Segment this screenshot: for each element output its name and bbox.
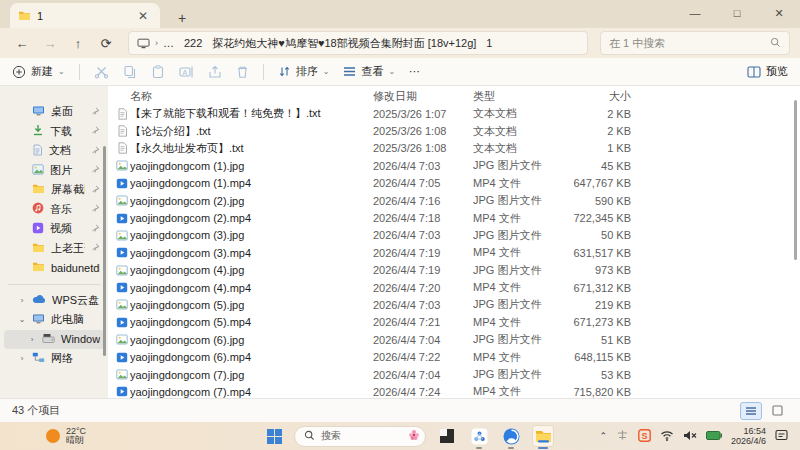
clock-time: 16:54 <box>731 426 766 436</box>
file-row[interactable]: yaojingdongcom (2).mp42026/4/4 7:18MP4 文… <box>108 209 800 226</box>
pin-icon <box>91 125 100 137</box>
file-size: 631,517 KB <box>573 247 631 259</box>
close-button[interactable]: ✕ <box>758 0 800 26</box>
file-list-scrollbar[interactable] <box>794 100 797 260</box>
file-row[interactable]: yaojingdongcom (3).mp42026/4/4 7:19MP4 文… <box>108 244 800 261</box>
taskbar-search-input[interactable]: 搜索 <box>294 426 426 447</box>
file-row[interactable]: 【论坛介绍】.txt2025/3/26 1:08文本文档2 KB <box>108 122 800 139</box>
file-name: yaojingdongcom (5).jpg <box>130 299 373 311</box>
delete-button[interactable] <box>236 65 249 79</box>
file-row[interactable]: yaojingdongcom (7).jpg2026/4/4 7:04JPG 图… <box>108 366 800 383</box>
tray-input-indicator-icon[interactable] <box>616 429 629 443</box>
cut-button[interactable] <box>94 65 109 79</box>
sort-button[interactable]: 排序 ⌄ <box>278 64 330 79</box>
file-row[interactable]: yaojingdongcom (7).mp42026/4/4 7:24MP4 文… <box>108 383 800 398</box>
breadcrumb[interactable]: › … 222 探花约炮大神♥鸠摩智♥18部视频合集附封面 [18v+12g] … <box>128 31 588 55</box>
sidebar-item-label: 桌面 <box>51 104 85 119</box>
breadcrumb-segment[interactable]: 222 <box>184 37 202 49</box>
start-button[interactable] <box>264 426 284 446</box>
sidebar-item-Windows-SSD[interactable]: ›Windows-SSD <box>4 330 104 350</box>
sidebar-item-下载[interactable]: 下载 <box>4 122 104 142</box>
file-date: 2026/4/4 7:24 <box>373 386 473 398</box>
column-header-type[interactable]: 类型 <box>473 89 573 104</box>
hidden-icons-chevron[interactable]: ⌃ <box>599 431 607 441</box>
breadcrumb-segment[interactable]: 1 <box>486 37 492 49</box>
view-button[interactable]: 查看 ⌄ <box>343 64 395 79</box>
weather-widget[interactable]: 22°C 晴朗 <box>0 427 86 446</box>
taskbar-app-photos[interactable] <box>436 425 458 447</box>
breadcrumb-segment[interactable]: 探花约炮大神♥鸠摩智♥18部视频合集附封面 [18v+12g] <box>212 36 476 51</box>
notification-center-icon[interactable] <box>775 429 788 443</box>
tab-close-icon[interactable]: ✕ <box>134 9 152 23</box>
tray-app-s-icon[interactable]: S <box>638 429 651 444</box>
copy-button[interactable] <box>123 65 137 79</box>
chevron-right-icon[interactable]: › <box>18 354 26 363</box>
large-icons-view-toggle[interactable] <box>766 402 788 420</box>
taskbar-app-browser[interactable] <box>500 425 522 447</box>
file-name: yaojingdongcom (7).mp4 <box>130 386 373 398</box>
file-row[interactable]: 【来了就能下载和观看！纯免费！】.txt2025/3/26 1:07文本文档2 … <box>108 105 800 122</box>
sidebar-item-上老王论坛当[interactable]: 上老王论坛当 <box>4 239 104 259</box>
battery-icon[interactable] <box>706 430 722 442</box>
file-name: yaojingdongcom (6).jpg <box>130 334 373 346</box>
wifi-icon[interactable] <box>660 430 674 443</box>
chevron-right-icon[interactable]: › <box>18 296 26 305</box>
up-button[interactable]: ↑ <box>66 31 90 55</box>
preview-button[interactable]: 预览 <box>766 64 788 79</box>
share-button[interactable] <box>208 65 222 79</box>
sidebar-item-文档[interactable]: 文档 <box>4 141 104 161</box>
file-size: 51 KB <box>573 334 631 346</box>
taskbar-app-file-explorer[interactable] <box>532 425 554 447</box>
sidebar-item-音乐[interactable]: 音乐 <box>4 200 104 220</box>
sidebar-item-图片[interactable]: 图片 <box>4 161 104 181</box>
picture-icon <box>32 164 44 177</box>
minimize-button[interactable]: — <box>674 0 716 26</box>
file-row[interactable]: yaojingdongcom (1).mp42026/4/4 7:05MP4 文… <box>108 175 800 192</box>
column-header-size[interactable]: 大小 <box>573 89 631 104</box>
sidebar-item-此电脑[interactable]: ⌄此电脑 <box>4 310 104 330</box>
sidebar-item-桌面[interactable]: 桌面 <box>4 102 104 122</box>
forward-button[interactable]: → <box>38 31 62 55</box>
file-row[interactable]: yaojingdongcom (5).mp42026/4/4 7:21MP4 文… <box>108 314 800 331</box>
sidebar-scrollbar[interactable] <box>103 146 106 356</box>
taskbar-app-cloud-drive[interactable] <box>468 425 490 447</box>
volume-muted-icon[interactable] <box>683 430 697 443</box>
sidebar-item-WPS云盘[interactable]: ›WPS云盘 <box>4 291 104 311</box>
column-header-name[interactable]: 名称 <box>130 89 373 104</box>
file-row[interactable]: yaojingdongcom (6).jpg2026/4/4 7:04JPG 图… <box>108 331 800 348</box>
search-input[interactable]: 在 1 中搜索 <box>600 31 790 55</box>
file-row[interactable]: 【永久地址发布页】.txt2025/3/26 1:08文本文档1 KB <box>108 140 800 157</box>
more-button[interactable]: ⋯ <box>409 65 420 78</box>
column-header-date[interactable]: 修改日期 <box>373 89 473 104</box>
chevron-down-icon[interactable]: ⌄ <box>18 315 26 324</box>
new-button[interactable]: 新建 ⌄ <box>12 64 65 79</box>
file-row[interactable]: yaojingdongcom (5).jpg2026/4/4 7:03JPG 图… <box>108 296 800 313</box>
sidebar-item-屏幕截图[interactable]: 屏幕截图 <box>4 180 104 200</box>
new-tab-button[interactable]: + <box>170 8 194 28</box>
preview-pane-icon <box>747 66 761 78</box>
sidebar-item-视频[interactable]: 视频 <box>4 219 104 239</box>
taskbar-clock[interactable]: 16:54 2026/4/6 <box>731 426 766 447</box>
jpg-file-icon <box>114 230 130 241</box>
file-row[interactable]: yaojingdongcom (2).jpg2026/4/4 7:16JPG 图… <box>108 192 800 209</box>
explorer-tab[interactable]: 1 ✕ <box>10 3 160 28</box>
maximize-button[interactable]: □ <box>716 0 758 26</box>
file-date: 2026/4/4 7:20 <box>373 282 473 294</box>
chevron-right-icon[interactable]: › <box>28 335 36 344</box>
sidebar-item-baidunetdiskdc[interactable]: baidunetdiskdc <box>4 258 104 278</box>
file-row[interactable]: yaojingdongcom (1).jpg2026/4/4 7:03JPG 图… <box>108 157 800 174</box>
file-row[interactable]: yaojingdongcom (4).mp42026/4/4 7:20MP4 文… <box>108 279 800 296</box>
file-row[interactable]: yaojingdongcom (4).jpg2026/4/4 7:19JPG 图… <box>108 262 800 279</box>
rename-button[interactable]: A <box>179 65 194 79</box>
file-name: yaojingdongcom (2).jpg <box>130 195 373 207</box>
file-row[interactable]: yaojingdongcom (6).mp42026/4/4 7:22MP4 文… <box>108 348 800 365</box>
network-icon <box>32 352 45 365</box>
refresh-button[interactable]: ⟳ <box>94 31 118 55</box>
paste-button[interactable] <box>151 65 165 79</box>
sidebar-item-网络[interactable]: ›网络 <box>4 349 104 369</box>
sidebar-item-label: 此电脑 <box>51 312 100 327</box>
back-button[interactable]: ← <box>10 31 34 55</box>
file-row[interactable]: yaojingdongcom (3).jpg2026/4/4 7:03JPG 图… <box>108 227 800 244</box>
breadcrumb-overflow[interactable]: … <box>163 37 174 49</box>
details-view-toggle[interactable] <box>740 402 762 420</box>
